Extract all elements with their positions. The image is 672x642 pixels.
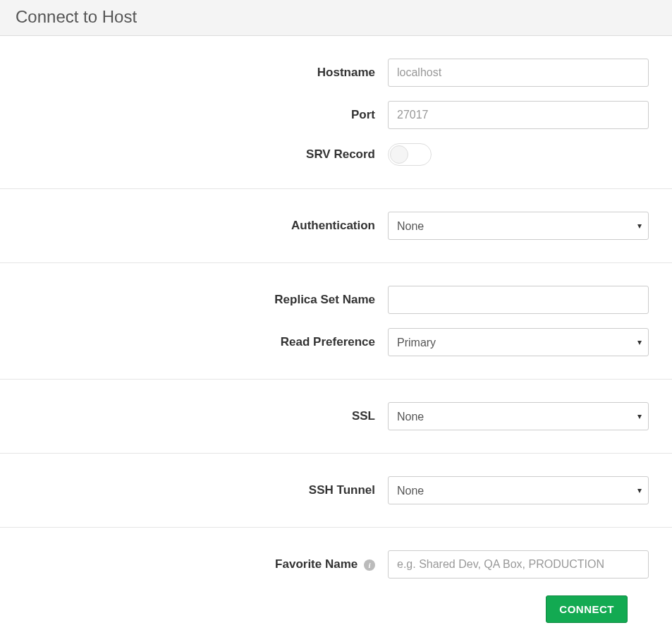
dialog-title: Connect to Host [16, 7, 656, 27]
favorite-name-input[interactable] [388, 550, 649, 579]
section-replica: Replica Set Name Read Preference Primary [0, 263, 672, 380]
port-input[interactable] [388, 101, 649, 129]
row-replica-set: Replica Set Name [0, 279, 672, 321]
port-label: Port [21, 108, 388, 122]
section-host: Hostname Port SRV Record [0, 36, 672, 189]
favorite-name-label-text: Favorite Name [275, 557, 358, 571]
ssl-label: SSL [21, 409, 388, 423]
row-favorite-name: Favorite Name i [0, 543, 672, 586]
row-srv: SRV Record [0, 136, 672, 173]
toggle-knob [390, 145, 408, 164]
srv-label: SRV Record [21, 147, 388, 162]
dialog-header: Connect to Host [0, 0, 672, 36]
authentication-label: Authentication [21, 219, 388, 233]
connect-button[interactable]: CONNECT [546, 595, 628, 623]
read-preference-label: Read Preference [21, 335, 388, 349]
hostname-input[interactable] [388, 59, 649, 87]
hostname-label: Hostname [21, 66, 388, 80]
section-ssl: SSL None [0, 380, 672, 454]
replica-set-label: Replica Set Name [21, 293, 388, 307]
srv-toggle[interactable] [388, 143, 432, 166]
ssh-tunnel-select[interactable]: None [388, 476, 649, 504]
row-ssl: SSL None [0, 395, 672, 437]
ssl-select[interactable]: None [388, 402, 649, 430]
row-authentication: Authentication None [0, 205, 672, 247]
authentication-select[interactable]: None [388, 212, 649, 240]
info-icon[interactable]: i [364, 559, 375, 571]
section-ssh: SSH Tunnel None [0, 454, 672, 528]
read-preference-select[interactable]: Primary [388, 328, 649, 356]
ssh-tunnel-label: SSH Tunnel [21, 483, 388, 497]
section-auth: Authentication None [0, 189, 672, 263]
favorite-name-label: Favorite Name i [21, 557, 388, 571]
row-read-preference: Read Preference Primary [0, 321, 672, 363]
row-ssh-tunnel: SSH Tunnel None [0, 469, 672, 511]
row-hostname: Hostname [0, 52, 672, 94]
replica-set-input[interactable] [388, 286, 649, 314]
button-row: CONNECT [0, 586, 649, 637]
section-favorite: Favorite Name i CONNECT [0, 528, 672, 642]
row-port: Port [0, 94, 672, 136]
